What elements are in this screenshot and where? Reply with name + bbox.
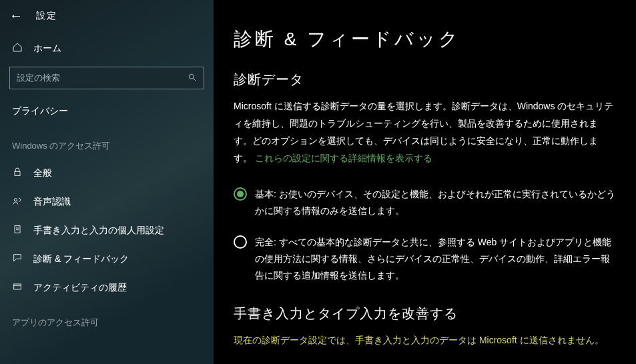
sidebar-item-label: 診断 & フィードバック [33,253,129,265]
home-nav[interactable]: ホーム [0,35,214,61]
clipboard-icon [12,224,23,237]
radio-basic[interactable] [234,187,247,201]
radio-full-label: 完全: すべての基本的な診断データと共に、参照する Web サイトおよびアプリと… [255,234,616,285]
sidebar-item-label: アクティビティの履歴 [33,282,127,294]
svg-point-0 [189,74,194,79]
search-input[interactable]: 設定の検索 [9,67,204,89]
sidebar-item-feedback[interactable]: 診断 & フィードバック [0,245,214,273]
activity-icon [12,281,23,294]
lock-icon [12,167,23,179]
settings-title: 設定 [36,10,57,22]
section2-heading: 手書き入力とタイプ入力を改善する [234,305,616,323]
speech-icon [12,195,23,208]
home-label: ホーム [33,43,61,55]
home-icon [12,42,23,55]
back-arrow-icon[interactable]: ← [9,8,23,23]
feedback-icon [12,253,23,265]
svg-line-1 [194,78,196,81]
details-link[interactable]: これらの設定に関する詳細情報を表示する [255,153,432,163]
svg-rect-2 [15,171,20,175]
svg-rect-4 [15,226,20,233]
radio-full[interactable] [234,235,247,249]
sidebar-item-speech[interactable]: 音声認識 [0,187,214,216]
sidebar-item-label: 手書き入力と入力の個人用設定 [33,225,164,237]
section2-warning: 現在の診断データ設定では、手書き入力と入力のデータは Microsoft に送信… [234,332,616,349]
sidebar-item-activity[interactable]: アクティビティの履歴 [0,273,214,302]
radio-full-row: 完全: すべての基本的な診断データと共に、参照する Web サイトおよびアプリと… [234,234,616,285]
sidebar: ← 設定 ホーム 設定の検索 プライバシー Windows のアクセス許可 全般… [0,0,214,364]
category-label: プライバシー [0,96,214,131]
section-heading: Windows のアクセス許可 [0,131,214,159]
header-row: ← 設定 [0,4,214,35]
search-wrap: 設定の検索 [9,67,204,89]
radio-basic-label: 基本: お使いのデバイス、その設定と機能、およびそれが正常に実行されているかどう… [255,186,616,219]
page-title: 診断 & フィードバック [234,27,616,52]
svg-point-3 [14,199,17,201]
search-placeholder: 設定の検索 [17,72,60,84]
sidebar-item-label: 全般 [33,167,52,179]
section1-body: Microsoft に送信する診断データの量を選択します。診断データは、Wind… [234,98,616,167]
svg-rect-7 [14,284,21,289]
sidebar-item-general[interactable]: 全般 [0,159,214,187]
sidebar-item-label: 音声認識 [33,196,71,208]
sidebar-item-inking[interactable]: 手書き入力と入力の個人用設定 [0,216,214,245]
section1-heading: 診断データ [234,71,616,89]
search-icon [188,73,197,84]
bottom-section-heading: アプリのアクセス許可 [0,302,214,329]
main-panel: 診断 & フィードバック 診断データ Microsoft に送信する診断データの… [214,0,636,364]
radio-basic-row: 基本: お使いのデバイス、その設定と機能、およびそれが正常に実行されているかどう… [234,186,616,219]
